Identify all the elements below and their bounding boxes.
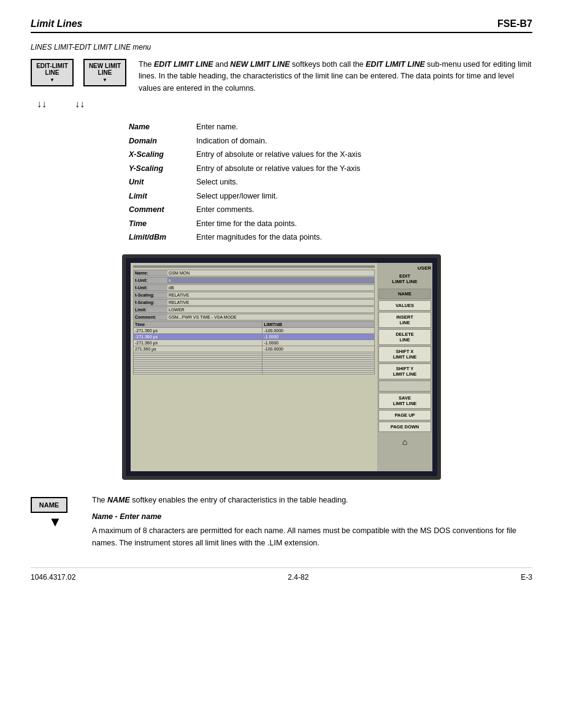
header-field: t-Scaling:RELATIVE [133, 292, 375, 298]
def-desc: Select units. [196, 177, 532, 188]
sidebar-buttons: NAMEVALUESINSERTLINEDELETELINESHIFT XLIM… [378, 289, 431, 433]
header-field-label: t-Scaling: [134, 292, 167, 298]
def-desc: Enter comments. [196, 205, 532, 216]
header-field-value: GSM MON [167, 270, 374, 276]
def-desc: Indication of domain. [196, 136, 532, 147]
header-field-value: LOWER [167, 307, 374, 313]
sidebar-button[interactable]: DELETELINE [378, 329, 431, 345]
def-desc: Enter time for the data points. [196, 219, 532, 230]
header-field: Comment:GSM...PWR VS TIME - VSA MODE [133, 314, 375, 320]
screen-content: Name:GSM MONt-Unit:sf-Unit:dBt-Scaling:R… [131, 263, 377, 471]
def-term: Limit/dBm [129, 232, 196, 243]
def-term: Unit [129, 177, 196, 188]
arrow-down-left: ↓↓ [37, 99, 47, 110]
def-term: Time [129, 219, 196, 230]
sidebar-button[interactable]: NAME [378, 289, 431, 299]
sidebar-button[interactable]: SHIFT XLIMIT LINE [378, 346, 431, 362]
limit-cell: -1.0000 [262, 333, 375, 339]
sidebar-button[interactable]: INSERTLINE [378, 312, 431, 328]
user-label: USER [378, 265, 431, 271]
footer-right: E-3 [521, 573, 532, 582]
header-field-label: Limit: [134, 307, 167, 313]
def-row: TimeEnter time for the data points. [129, 219, 532, 230]
softkeys-intro-section: EDIT-LIMITLINE ▼ NEW LIMITLINE ▼ ↓↓ ↓↓ T… [31, 59, 532, 110]
def-row: DomainIndication of domain. [129, 136, 532, 147]
def-term: Y-Scaling [129, 164, 196, 175]
sidebar-button[interactable]: VALUES [378, 300, 431, 311]
table-row[interactable]: -271.360 μs-1.0000 [134, 339, 375, 346]
bottom-section: NAME ▼ The NAME softkey enables the entr… [31, 495, 532, 550]
header-field-label: t-Unit: [134, 278, 167, 283]
footer-left: 1046.4317.02 [31, 573, 75, 582]
screen-data-table: Time LIMIT/dB -271.360 μs-100.0000-271.3… [133, 321, 375, 374]
header-field: t-Unit:s [133, 277, 375, 284]
name-arrow-down: ▼ [48, 514, 62, 530]
table-row[interactable]: -271.360 μs-1.0000 [134, 333, 375, 339]
time-cell: -271.360 μs [134, 333, 262, 339]
edit-limit-line-icon: ▼ [36, 77, 69, 83]
col-limit-header: LIMIT/dB [262, 321, 375, 327]
header-title-left: Limit Lines [31, 18, 82, 29]
footer-center: 2.4-82 [288, 573, 308, 582]
def-row: Limit/dBmEnter magnitudes for the data p… [129, 232, 532, 243]
header-field-label: Comment: [134, 314, 167, 320]
header-field: f-Scaling:RELATIVE [133, 299, 375, 306]
sidebar-button[interactable] [378, 381, 431, 392]
name-body-text: A maximum of 8 characters are permitted … [92, 526, 516, 547]
header-field-label: f-Scaling: [134, 300, 167, 305]
new-limit-line-label: NEW LIMITLINE [89, 63, 121, 76]
time-cell: 271.360 μs [134, 346, 262, 352]
definitions-table: NameEnter name.DomainIndication of domai… [129, 122, 532, 243]
sidebar-button[interactable]: SHIFT YLIMIT LINE [378, 363, 431, 379]
limit-cell [262, 372, 375, 374]
header-field-value: dB [167, 285, 374, 290]
screen-outer: Name:GSM MONt-Unit:sf-Unit:dBt-Scaling:R… [122, 254, 441, 480]
sidebar-button[interactable]: PAGE UP [378, 410, 431, 420]
def-row: NameEnter name. [129, 122, 532, 133]
time-cell: -271.360 μs [134, 327, 262, 333]
header-field-value: RELATIVE [167, 292, 374, 298]
def-row: Y-ScalingEntry of absolute or relative v… [129, 164, 532, 175]
sidebar-button[interactable]: PAGE DOWN [378, 422, 431, 432]
header-field-label: Name: [134, 270, 167, 276]
def-desc: Entry of absolute or relative values for… [196, 150, 532, 161]
limit-cell: -1.0000 [262, 339, 375, 346]
header-field: Name:GSM MON [133, 270, 375, 276]
screen-header-fields: Name:GSM MONt-Unit:sf-Unit:dBt-Scaling:R… [133, 270, 375, 320]
name-softkey-area: NAME ▼ [31, 495, 80, 530]
time-cell: -271.360 μs [134, 339, 262, 346]
softkey-row-top: EDIT-LIMITLINE ▼ NEW LIMITLINE ▼ [31, 59, 126, 86]
screen-title-bar [133, 265, 375, 268]
screen-wrapper: Name:GSM MONt-Unit:sf-Unit:dBt-Scaling:R… [31, 254, 532, 480]
def-desc: Enter magnitudes for the data points. [196, 232, 532, 243]
edit-limit-line-button[interactable]: EDIT-LIMITLINE ▼ [31, 59, 74, 86]
def-term: Name [129, 122, 196, 133]
def-row: X-ScalingEntry of absolute or relative v… [129, 150, 532, 161]
page-header: Limit Lines FSE-B7 [31, 18, 532, 33]
page-footer: 1046.4317.02 2.4-82 E-3 [31, 567, 532, 582]
def-term: Domain [129, 136, 196, 147]
def-row: CommentEnter comments. [129, 205, 532, 216]
sidebar-menu-title: EDITLIMIT LINE [378, 273, 431, 285]
header-field-value: RELATIVE [167, 300, 374, 305]
intro-text: The EDIT LIMIT LINE and NEW LIMIT LINE s… [139, 59, 532, 94]
new-limit-line-button[interactable]: NEW LIMITLINE ▼ [83, 59, 126, 86]
name-button[interactable]: NAME [31, 497, 67, 513]
def-desc: Enter name. [196, 122, 532, 133]
home-icon: ⌂ [378, 437, 431, 447]
name-softkey-description: The NAME softkey enables the entry of ch… [92, 496, 348, 504]
def-term: X-Scaling [129, 150, 196, 161]
menu-title: LINES LIMIT-EDIT LIMIT LINE menu [31, 43, 532, 51]
limit-cell: -100.0000 [262, 346, 375, 352]
bottom-text: The NAME softkey enables the entry of ch… [92, 495, 532, 550]
screen-inner: Name:GSM MONt-Unit:sf-Unit:dBt-Scaling:R… [131, 263, 432, 471]
header-title-right: FSE-B7 [497, 18, 532, 29]
table-row[interactable] [134, 372, 375, 374]
table-row[interactable]: -271.360 μs-100.0000 [134, 327, 375, 333]
sidebar-button[interactable]: SAVELIMIT LINE [378, 393, 431, 409]
softkey-buttons-area: EDIT-LIMITLINE ▼ NEW LIMITLINE ▼ ↓↓ ↓↓ [31, 59, 126, 110]
name-subsection-title: Name - Enter name [92, 511, 532, 523]
def-term: Comment [129, 205, 196, 216]
def-row: LimitSelect upper/lower limit. [129, 191, 532, 202]
table-row[interactable]: 271.360 μs-100.0000 [134, 346, 375, 352]
